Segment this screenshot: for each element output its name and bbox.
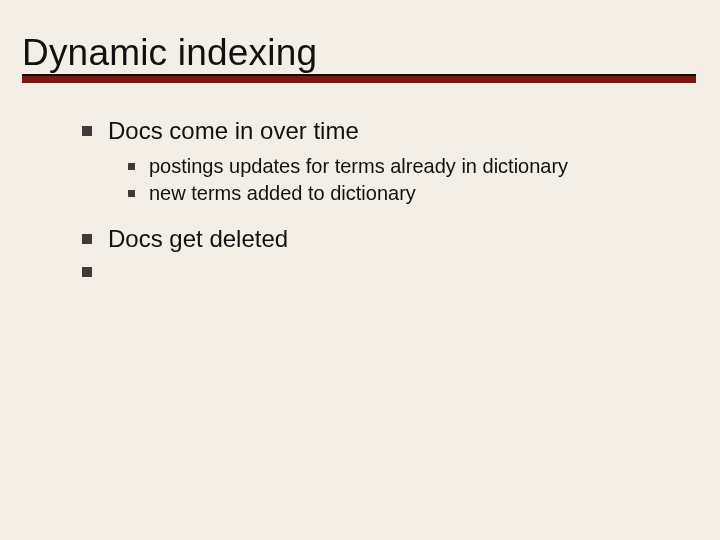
slide-title: Dynamic indexing	[22, 32, 720, 74]
square-bullet-icon	[82, 267, 92, 277]
square-bullet-icon	[82, 126, 92, 136]
bullet-l1: Docs get deleted	[82, 225, 680, 253]
bullet-text: Docs come in over time	[108, 117, 359, 145]
bullet-text: postings updates for terms already in di…	[149, 155, 568, 178]
title-rule-accent	[22, 76, 696, 83]
slide-content: Docs come in over time postings updates …	[0, 83, 720, 277]
square-bullet-icon	[82, 234, 92, 244]
bullet-l2: postings updates for terms already in di…	[128, 155, 680, 178]
bullet-text: new terms added to dictionary	[149, 182, 416, 205]
spacer	[82, 209, 680, 221]
bullet-l1: Docs come in over time	[82, 117, 680, 145]
square-bullet-icon	[128, 190, 135, 197]
bullet-l2: new terms added to dictionary	[128, 182, 680, 205]
bullet-l1-empty	[82, 267, 680, 277]
title-area: Dynamic indexing	[0, 0, 720, 74]
bullet-text: Docs get deleted	[108, 225, 288, 253]
square-bullet-icon	[128, 163, 135, 170]
